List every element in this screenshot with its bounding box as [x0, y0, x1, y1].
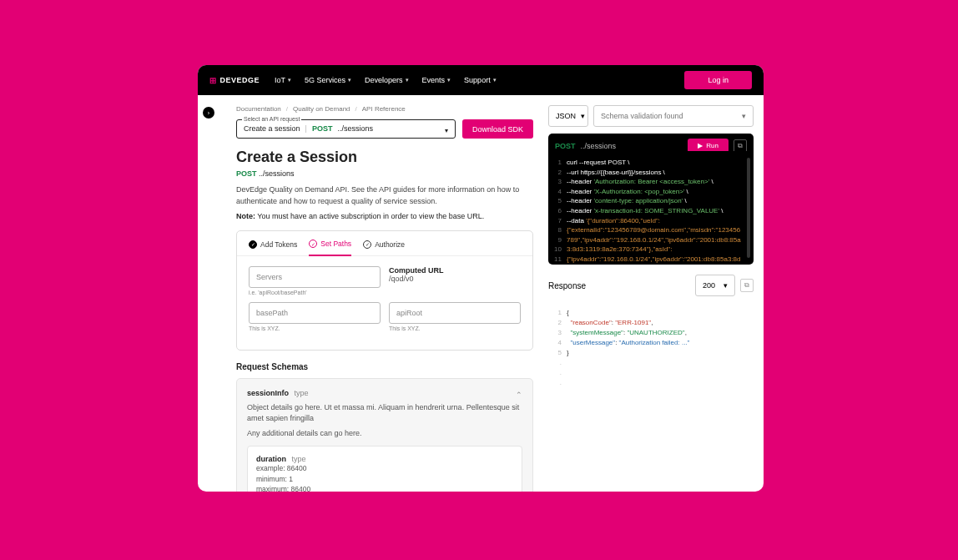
step-tabs: ✓Add Tokens ✓Set Paths ✓Authorize	[237, 231, 532, 256]
chevron-down-icon: ▾	[447, 77, 451, 83]
check-icon: ✓	[249, 240, 257, 249]
request-schemas-heading: Request Schemas	[236, 362, 533, 371]
caret-down-icon: ▾	[724, 281, 728, 290]
request-code[interactable]: 1curl --request POST \2--url https://{{b…	[548, 151, 754, 265]
brand-text: DEVEDGE	[220, 76, 260, 84]
endpoint-method: POST	[236, 169, 257, 178]
schema-name: sessionInfo	[247, 389, 289, 397]
apiroot-hint: This is XYZ.	[389, 325, 521, 331]
right-panel: JSON▾ Schema validation found▾ POST ../s…	[548, 95, 764, 492]
step-add-tokens[interactable]: ✓Add Tokens	[249, 240, 297, 255]
apiroot-input[interactable]: apiRoot	[389, 302, 521, 324]
kv-example: example: 86400	[256, 463, 513, 474]
breadcrumb: Documentation/ Quality on Demand/ API Re…	[236, 105, 533, 113]
caret-down-icon: ▾	[445, 127, 448, 134]
nav-label: 5G Services	[305, 76, 345, 84]
check-icon: ✓	[363, 240, 371, 249]
validation-dropdown[interactable]: Schema validation found▾	[593, 105, 754, 127]
copy-response-button[interactable]: ⧉	[740, 279, 754, 292]
basepath-hint: This is XYZ.	[249, 325, 381, 331]
nav-label: Support	[464, 76, 491, 84]
check-icon: ✓	[309, 240, 317, 248]
crumb-api-ref[interactable]: API Reference	[362, 105, 406, 113]
chevron-down-icon: ▾	[493, 77, 497, 83]
child-name: duration	[256, 455, 286, 463]
app-window: ⊞ DEVEDGE IoT▾ 5G Services▾ Developers▾ …	[198, 65, 764, 492]
request-method: POST	[555, 142, 576, 150]
brand-mark-icon: ⊞	[209, 76, 217, 85]
selector-method: POST	[312, 124, 333, 133]
chevron-down-icon: ▾	[288, 77, 291, 83]
nav-events[interactable]: Events▾	[422, 76, 451, 84]
schema-desc: Object details go here. Ut et massa mi. …	[247, 402, 522, 423]
servers-input[interactable]: Servers	[249, 266, 381, 288]
nav-label: Events	[422, 76, 446, 84]
format-dropdown[interactable]: JSON▾	[548, 105, 588, 127]
endpoint-path: ../sessions	[259, 169, 295, 178]
collapse-sidebar-button[interactable]: ›	[203, 107, 214, 119]
kv-maximum: maximum: 86400	[256, 484, 513, 492]
computed-url-value: /qod/v0	[389, 275, 521, 283]
page-title: Create a Session	[236, 149, 533, 166]
step-authorize[interactable]: ✓Authorize	[363, 240, 405, 255]
nav-label: Developers	[365, 76, 403, 84]
nav-iot[interactable]: IoT▾	[275, 76, 291, 84]
collapse-toggle[interactable]: ⌃	[516, 391, 522, 399]
selector-label: Select an API request	[242, 116, 301, 122]
request-path: ../sessions	[581, 142, 617, 150]
basepath-input[interactable]: basePath	[249, 302, 381, 324]
selector-title: Create a session	[244, 124, 300, 133]
computed-url-label: Computed URL	[389, 266, 521, 275]
kv-minimum: minimum: 1	[256, 474, 513, 485]
schema-sessioninfo: ⌃ sessionInfo type Object details go her…	[236, 378, 533, 492]
download-sdk-button[interactable]: Download SDK	[462, 119, 533, 139]
step-set-paths[interactable]: ✓Set Paths	[309, 240, 351, 256]
response-code-dropdown[interactable]: 200▾	[695, 275, 735, 296]
crumb-documentation[interactable]: Documentation	[236, 105, 281, 113]
main-content: Documentation/ Quality on Demand/ API Re…	[198, 95, 548, 492]
nav-support[interactable]: Support▾	[464, 76, 497, 84]
response-label: Response	[548, 281, 690, 290]
brand-logo[interactable]: ⊞ DEVEDGE	[209, 76, 260, 85]
schema-duration: duration type example: 86400 minimum: 1 …	[247, 446, 522, 492]
primary-nav: IoT▾ 5G Services▾ Developers▾ Events▾ Su…	[275, 76, 497, 84]
chevron-down-icon: ▾	[348, 77, 351, 83]
servers-hint: i.e. 'apiRoot/basePath'	[249, 290, 381, 295]
schema-extra: Any additional details can go here.	[247, 428, 522, 439]
api-request-selector[interactable]: Select an API request Create a session |…	[236, 119, 456, 139]
caret-down-icon: ▾	[581, 112, 585, 120]
login-button[interactable]: Log in	[684, 71, 752, 89]
nav-label: IoT	[275, 76, 285, 84]
page-note: Note: You must have an active subscripti…	[236, 212, 533, 220]
crumb-qod[interactable]: Quality on Demand	[293, 105, 350, 113]
nav-developers[interactable]: Developers▾	[365, 76, 409, 84]
paths-card: ✓Add Tokens ✓Set Paths ✓Authorize Server…	[236, 230, 533, 351]
chevron-down-icon: ▾	[406, 77, 409, 83]
schema-type: type	[295, 389, 309, 397]
response-body: 1{2 "reasonCode": "ERR-1091",3 "systemMe…	[548, 303, 754, 393]
child-type: type	[292, 455, 306, 463]
caret-down-icon: ▾	[742, 112, 746, 120]
top-nav: ⊞ DEVEDGE IoT▾ 5G Services▾ Developers▾ …	[198, 65, 764, 95]
page-description: DevEdge Quality on Demand API. See the A…	[236, 184, 533, 207]
nav-5g[interactable]: 5G Services▾	[305, 76, 351, 84]
selector-path: ../sessions	[337, 124, 373, 133]
play-icon: ▶	[698, 142, 703, 149]
